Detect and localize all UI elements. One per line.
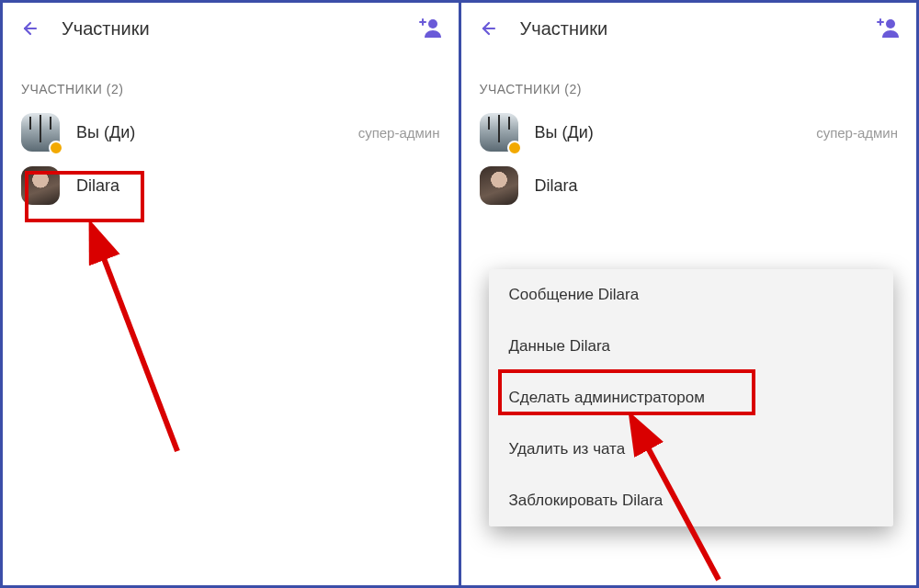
pane-context-menu: Участники УЧАСТНИКИ (2) Вы (Ди) супер-ад…	[461, 3, 917, 585]
pane-participants-list: Участники УЧАСТНИКИ (2) Вы (Ди) супер-ад…	[3, 3, 461, 585]
admin-badge-icon	[507, 141, 522, 155]
avatar	[21, 113, 60, 152]
member-row-dilara[interactable]: Dilara	[461, 159, 917, 212]
back-arrow-icon[interactable]	[476, 17, 498, 40]
admin-badge-icon	[49, 141, 63, 155]
avatar	[480, 113, 518, 152]
menu-item-block[interactable]: Заблокировать Dilara	[489, 475, 893, 526]
page-title: Участники	[62, 18, 418, 40]
add-participant-icon[interactable]	[876, 16, 902, 41]
member-role: супер-админ	[358, 125, 440, 141]
annotation-arrow-icon	[49, 221, 196, 460]
menu-item-remove[interactable]: Удалить из чата	[489, 424, 893, 475]
member-role: супер-админ	[816, 125, 898, 141]
back-arrow-icon[interactable]	[17, 17, 40, 40]
tutorial-frame: Участники УЧАСТНИКИ (2) Вы (Ди) супер-ад…	[0, 0, 919, 588]
member-name: Вы (Ди)	[535, 123, 817, 142]
section-label: УЧАСТНИКИ (2)	[3, 54, 459, 106]
header: Участники	[461, 3, 917, 54]
page-title: Участники	[520, 18, 877, 40]
member-row-you[interactable]: Вы (Ди) супер-админ	[3, 106, 459, 159]
menu-item-info[interactable]: Данные Dilara	[489, 321, 893, 372]
section-label: УЧАСТНИКИ (2)	[461, 54, 917, 106]
menu-item-message[interactable]: Сообщение Dilara	[489, 269, 893, 321]
avatar	[480, 166, 518, 205]
member-name: Dilara	[76, 176, 440, 196]
header: Участники	[3, 3, 459, 54]
add-participant-icon[interactable]	[418, 16, 444, 41]
member-row-you[interactable]: Вы (Ди) супер-админ	[461, 106, 917, 159]
menu-item-make-admin[interactable]: Сделать администратором	[489, 372, 893, 424]
member-name: Dilara	[535, 176, 899, 196]
svg-point-1	[428, 19, 437, 28]
member-row-dilara[interactable]: Dilara	[3, 159, 459, 212]
avatar	[21, 166, 60, 205]
context-menu: Сообщение Dilara Данные Dilara Сделать а…	[489, 269, 893, 526]
member-name: Вы (Ди)	[76, 123, 358, 142]
svg-point-6	[886, 19, 895, 28]
svg-line-4	[95, 234, 177, 451]
